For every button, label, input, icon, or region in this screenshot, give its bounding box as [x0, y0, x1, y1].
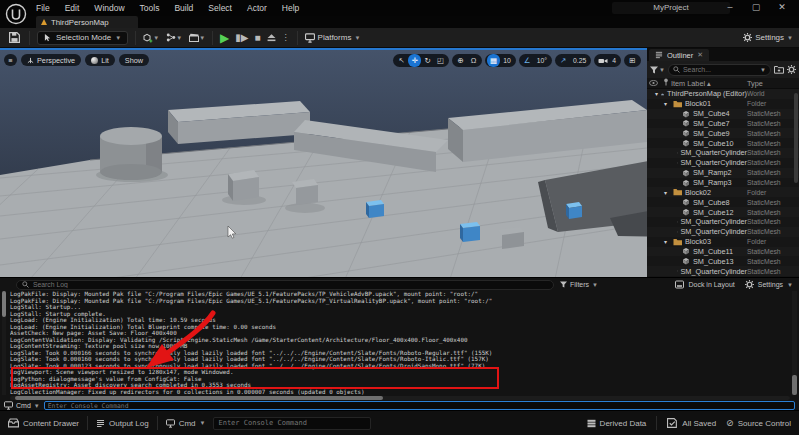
outliner-filter-icon[interactable]: ▼ [650, 66, 665, 74]
menu-actor[interactable]: Actor [247, 3, 267, 13]
outliner-search[interactable]: ▼ [668, 64, 771, 76]
log-search[interactable] [16, 280, 554, 290]
console-command-input[interactable] [44, 401, 795, 410]
menu-build[interactable]: Build [174, 3, 193, 13]
select-tool-icon[interactable]: ↖ [395, 54, 408, 67]
menu-window[interactable]: Window [94, 3, 124, 13]
maximize-button[interactable]: ▢ [743, 0, 769, 15]
search-icon [673, 66, 680, 73]
camera-speed-icon[interactable] [596, 54, 609, 67]
pin-column-icon[interactable] [660, 78, 671, 88]
toolbar-settings-dropdown[interactable]: Settings ▼ [743, 33, 793, 42]
dock-in-layout-button[interactable]: Dock in Layout [675, 280, 734, 289]
item-label-column-header[interactable]: Item Label ▴ [671, 79, 747, 88]
outliner-settings-icon[interactable] [787, 65, 796, 74]
menu-tools[interactable]: Tools [140, 3, 160, 13]
scale-snap-icon[interactable]: ↗ [557, 54, 570, 67]
outliner-row-thirdpersonmap-editor-[interactable]: ▾ThirdPersonMap (Editor)World [647, 89, 799, 99]
expand-arrow-icon[interactable]: ▾ [664, 189, 670, 196]
create-folder-icon[interactable] [774, 65, 784, 74]
outliner-row-sm-ramp2[interactable]: SM_Ramp2StaticMesh [647, 168, 799, 178]
scale-tool-icon[interactable]: ◰ [434, 54, 447, 67]
scale-snap-value[interactable]: 0.25 [570, 57, 589, 64]
outliner-search-input[interactable] [683, 66, 757, 73]
log-filters-dropdown[interactable]: Filters ▼ [560, 281, 598, 288]
add-actor-dropdown[interactable]: ▼ [143, 30, 159, 46]
platforms-dropdown[interactable]: Platforms ▼ [305, 33, 361, 43]
blueprints-dropdown[interactable]: ▼ [166, 30, 182, 46]
grid-snap-value[interactable]: 10 [500, 57, 514, 64]
maximize-viewport-icon[interactable]: ⊞ [626, 54, 639, 67]
rotate-tool-icon[interactable]: ↻ [421, 54, 434, 67]
save-icon[interactable] [6, 30, 22, 46]
minimize-button[interactable]: – [717, 0, 743, 15]
source-control-button[interactable]: ⊘ Source Control [726, 418, 791, 428]
tab-outliner[interactable]: Outliner ✕ [649, 49, 709, 61]
move-tool-icon[interactable]: ✛ [408, 54, 421, 67]
play-button[interactable]: ▶ [220, 31, 229, 45]
selection-mode-dropdown[interactable]: Selection Mode ▼ [37, 31, 128, 45]
menu-file[interactable]: File [36, 3, 50, 13]
outliner-row-sm-cube12[interactable]: SM_Cube12StaticMesh [647, 207, 799, 217]
outliner-scrollbar[interactable] [794, 93, 798, 183]
chevron-down-icon[interactable]: ▼ [760, 67, 766, 73]
rotation-snap-icon[interactable]: ∠ [521, 54, 534, 67]
surface-snap-icon[interactable]: Ω [467, 54, 480, 67]
expand-arrow-icon[interactable]: ▾ [664, 238, 670, 245]
outliner-row-sm-cube4[interactable]: SM_Cube4StaticMesh [647, 109, 799, 119]
outliner-row-sm-ramp3[interactable]: SM_Ramp3StaticMesh [647, 178, 799, 188]
level-viewport[interactable]: ≡ Perspective Lit Show ↖ ✛ ↻ ◰ [0, 48, 647, 277]
outliner-row-sm-cube8[interactable]: SM_Cube8StaticMesh [647, 197, 799, 207]
type-column-header[interactable]: Type [747, 79, 799, 88]
outliner-row-sm-cube10[interactable]: SM_Cube10StaticMesh [647, 138, 799, 148]
close-tab-icon[interactable]: ✕ [697, 51, 703, 59]
statusbar-cmd-dropdown[interactable]: Cmd ▼ [166, 419, 206, 428]
visibility-column-icon[interactable] [647, 79, 660, 88]
menu-select[interactable]: Select [208, 3, 232, 13]
show-dropdown[interactable]: Show [119, 54, 149, 66]
tab-thirdpersonmap[interactable]: ThirdPersonMap [36, 16, 138, 28]
outliner-row-sm-quartercylinder[interactable]: SM_QuarterCylinderStaticMesh [647, 217, 799, 227]
grid-snap-icon[interactable]: ▦ [487, 54, 500, 67]
log-left-scrollbar[interactable] [2, 291, 6, 395]
menu-help[interactable]: Help [282, 3, 299, 13]
play-options-icon[interactable]: ⋮ [282, 33, 290, 42]
outliner-row-sm-cube11[interactable]: SM_Cube11StaticMesh [647, 247, 799, 257]
log-vertical-scrollbar[interactable] [792, 291, 797, 395]
outliner-row-sm-cube13[interactable]: SM_Cube13StaticMesh [647, 256, 799, 266]
log-settings-dropdown[interactable]: Settings ▼ [745, 280, 793, 289]
statusbar-console-input[interactable] [213, 417, 371, 430]
lit-dropdown[interactable]: Lit [85, 54, 115, 66]
output-log-button[interactable]: Output Log [96, 419, 149, 428]
outliner-row-sm-quartercylinder[interactable]: SM_QuarterCylinderStaticMesh [647, 148, 799, 158]
outliner-row-block01[interactable]: ▾Block01Folder [647, 99, 799, 109]
log-line[interactable]: LogCollectionManager: Fixed up redirecto… [10, 389, 790, 396]
outliner-row-sm-cube7[interactable]: SM_Cube7StaticMesh [647, 119, 799, 129]
log-lines[interactable]: LogPakFile: Display: Mounted Pak file "C… [10, 291, 790, 395]
rotation-snap-value[interactable]: 10° [534, 57, 550, 64]
outliner-row-sm-quartercylinder[interactable]: SM_QuarterCylinderStaticMesh [647, 227, 799, 237]
menu-edit[interactable]: Edit [65, 3, 80, 13]
outliner-row-block03[interactable]: ▾Block03Folder [647, 237, 799, 247]
outliner-row-sm-cube9[interactable]: SM_Cube9StaticMesh [647, 128, 799, 138]
skip-button[interactable]: ▮▶ [235, 32, 248, 43]
outliner-row-block02[interactable]: ▾Block02Folder [647, 187, 799, 197]
outliner-row-sm-quartercylinder[interactable]: SM_QuarterCylinderStaticMesh [647, 266, 799, 276]
cmd-dropdown[interactable]: Cmd ▼ [4, 401, 40, 410]
viewport-menu-button[interactable]: ≡ [4, 54, 17, 66]
eject-button[interactable] [267, 33, 276, 42]
close-button[interactable]: ✕ [769, 0, 795, 15]
perspective-dropdown[interactable]: Perspective [21, 54, 81, 66]
outliner-row-sm-quartercylinder[interactable]: SM_QuarterCylinderStaticMesh [647, 158, 799, 168]
cinematics-dropdown[interactable]: ▼ [189, 30, 205, 46]
expand-arrow-icon[interactable]: ▾ [664, 100, 670, 107]
derived-data-button[interactable]: Derived Data [587, 419, 647, 428]
log-search-input[interactable] [33, 281, 548, 288]
row-label: SM_QuarterCylinder [647, 217, 747, 226]
all-saved-button[interactable]: All Saved [667, 418, 716, 428]
stop-button[interactable]: ■ [255, 32, 261, 43]
camera-speed-value[interactable]: 4 [609, 57, 619, 64]
expand-arrow-icon[interactable]: ▾ [655, 90, 658, 97]
world-space-icon[interactable]: ⊕ [454, 54, 467, 67]
content-drawer-button[interactable]: Content Drawer [8, 418, 79, 428]
